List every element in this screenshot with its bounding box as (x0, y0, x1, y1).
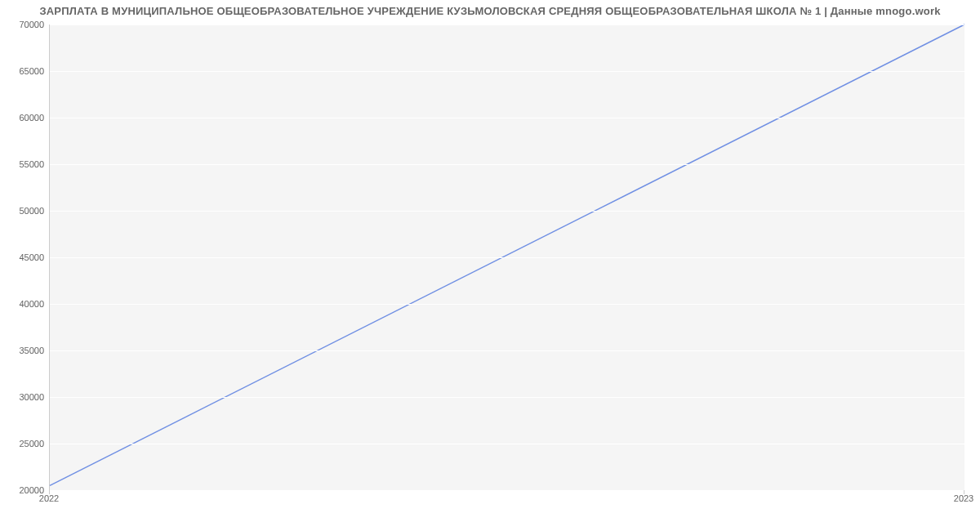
grid-line (50, 164, 964, 165)
x-tick (49, 490, 50, 494)
grid-line (50, 257, 964, 258)
grid-line (50, 71, 964, 72)
chart-container: ЗАРПЛАТА В МУНИЦИПАЛЬНОЕ ОБЩЕОБРАЗОВАТЕЛ… (0, 0, 980, 531)
plot-area (49, 25, 964, 491)
y-tick-label: 60000 (3, 113, 44, 123)
grid-line (50, 490, 964, 491)
grid-line (50, 350, 964, 351)
x-tick-label: 2022 (39, 493, 59, 503)
chart-title: ЗАРПЛАТА В МУНИЦИПАЛЬНОЕ ОБЩЕОБРАЗОВАТЕЛ… (0, 5, 980, 17)
grid-line (50, 397, 964, 398)
y-tick-label: 70000 (3, 20, 44, 29)
y-tick-label: 40000 (3, 299, 44, 309)
y-tick-label: 45000 (3, 252, 44, 262)
y-tick-label: 35000 (3, 346, 44, 355)
y-tick-label: 50000 (3, 206, 44, 216)
grid-line (50, 25, 964, 25)
grid-line (50, 211, 964, 212)
y-tick-label: 20000 (3, 485, 44, 495)
y-tick-label: 55000 (3, 159, 44, 169)
x-tick (964, 490, 964, 494)
y-tick-label: 65000 (3, 66, 44, 76)
x-tick-label: 2023 (954, 493, 973, 503)
grid-line (50, 444, 964, 444)
grid-line (50, 304, 964, 305)
grid-line (50, 118, 964, 118)
series-line-salary (50, 25, 964, 485)
y-tick-label: 30000 (3, 392, 44, 402)
y-tick-label: 25000 (3, 439, 44, 448)
